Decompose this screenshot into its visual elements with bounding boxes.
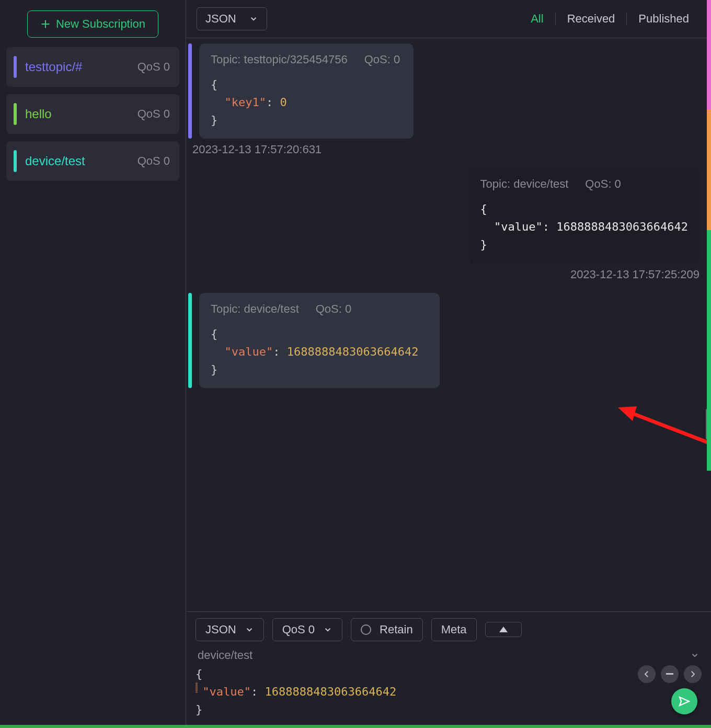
message-topic: Topic: device/test bbox=[480, 177, 569, 191]
received-message: Topic: device/test QoS: 0 { "value": 168… bbox=[188, 293, 702, 388]
compose-toolbar: JSON QoS 0 Retain Meta bbox=[196, 618, 702, 641]
subscription-item[interactable]: device/test QoS 0 bbox=[6, 141, 179, 181]
subscription-list: testtopic/# QoS 0 hello QoS 0 device/tes… bbox=[6, 47, 179, 181]
radio-icon bbox=[361, 624, 371, 635]
color-bar bbox=[14, 103, 17, 125]
send-icon bbox=[678, 695, 691, 708]
message-bubble[interactable]: Topic: testtopic/325454756 QoS: 0 { "key… bbox=[199, 43, 414, 139]
window-edge-strip bbox=[707, 0, 711, 110]
message-qos: QoS: 0 bbox=[316, 302, 351, 316]
subscription-item[interactable]: hello QoS 0 bbox=[6, 94, 179, 134]
filter-received[interactable]: Received bbox=[556, 12, 627, 26]
minus-icon bbox=[666, 673, 673, 675]
triangle-up-icon bbox=[499, 627, 508, 632]
messages-topbar: JSON All Received Published bbox=[186, 0, 711, 38]
message-timestamp: 2023-12-13 17:57:25:209 bbox=[188, 268, 699, 281]
subscription-topic: device/test bbox=[25, 154, 137, 168]
expand-button[interactable] bbox=[485, 622, 522, 637]
chevron-down-icon bbox=[690, 651, 699, 660]
subscription-topic: testtopic/# bbox=[25, 60, 137, 74]
new-subscription-label: New Subscription bbox=[56, 17, 145, 31]
plus-icon bbox=[40, 19, 51, 29]
history-next-button[interactable] bbox=[684, 665, 702, 683]
color-bar bbox=[14, 56, 17, 78]
format-dropdown-value: JSON bbox=[205, 12, 236, 26]
color-bar bbox=[14, 150, 17, 172]
subscription-topic: hello bbox=[25, 107, 137, 121]
payload-code: { "value": 1688888483063664642 } bbox=[196, 665, 702, 719]
chevron-down-icon bbox=[245, 625, 254, 634]
payload-editor[interactable]: { "value": 1688888483063664642 } bbox=[196, 665, 702, 719]
history-clear-button[interactable] bbox=[661, 665, 679, 683]
window-edge-strip bbox=[707, 110, 711, 230]
compose-qos-dropdown[interactable]: QoS 0 bbox=[272, 618, 342, 641]
message-filter-tabs: All Received Published bbox=[519, 12, 701, 26]
send-button[interactable] bbox=[671, 688, 697, 714]
meta-button[interactable]: Meta bbox=[431, 618, 477, 641]
message-header: Topic: testtopic/325454756 QoS: 0 bbox=[211, 53, 402, 66]
main-panel: JSON All Received Published Topic: testt… bbox=[186, 0, 711, 728]
message-body: { "value": 1688888483063664642 } bbox=[211, 325, 428, 379]
svg-line-0 bbox=[630, 413, 711, 446]
editor-history-buttons bbox=[638, 665, 702, 683]
message-bubble[interactable]: Topic: device/test QoS: 0 { "value": 168… bbox=[199, 293, 440, 388]
annotation-arrow-icon bbox=[618, 394, 711, 451]
compose-topic-row[interactable]: device/test bbox=[196, 641, 702, 665]
subscription-qos: QoS 0 bbox=[137, 60, 170, 74]
filter-all[interactable]: All bbox=[519, 12, 555, 26]
message-body: { "key1": 0 } bbox=[211, 76, 402, 129]
filter-published[interactable]: Published bbox=[627, 12, 701, 26]
compose-panel: JSON QoS 0 Retain Meta bbox=[186, 611, 711, 728]
retain-label: Retain bbox=[380, 623, 413, 636]
received-message: Topic: testtopic/325454756 QoS: 0 { "key… bbox=[188, 43, 702, 139]
topic-stripe bbox=[188, 293, 192, 388]
message-header: Topic: device/test QoS: 0 bbox=[211, 302, 428, 316]
message: Topic: device/test QoS: 0 { "value": 168… bbox=[188, 168, 702, 292]
meta-label: Meta bbox=[441, 623, 467, 636]
editor-gutter-mark bbox=[196, 682, 198, 693]
window-bottom-bar bbox=[0, 725, 711, 728]
retain-toggle[interactable]: Retain bbox=[351, 618, 423, 641]
subscription-item[interactable]: testtopic/# QoS 0 bbox=[6, 47, 179, 87]
subscription-qos: QoS 0 bbox=[137, 154, 170, 168]
messages-area[interactable]: Topic: testtopic/325454756 QoS: 0 { "key… bbox=[186, 38, 711, 611]
topic-stripe bbox=[188, 43, 192, 139]
chevron-down-icon bbox=[249, 14, 258, 24]
compose-format-value: JSON bbox=[205, 623, 236, 636]
app-root: New Subscription testtopic/# QoS 0 hello… bbox=[0, 0, 711, 728]
window-edge-strip bbox=[707, 230, 711, 471]
message: Topic: device/test QoS: 0 { "value": 168… bbox=[188, 293, 702, 388]
chevron-down-icon bbox=[323, 625, 332, 634]
subscriptions-sidebar: New Subscription testtopic/# QoS 0 hello… bbox=[0, 0, 186, 728]
message-timestamp: 2023-12-13 17:57:20:631 bbox=[192, 143, 702, 156]
message: Topic: testtopic/325454756 QoS: 0 { "key… bbox=[188, 43, 702, 168]
format-dropdown[interactable]: JSON bbox=[197, 7, 267, 30]
sent-message: Topic: device/test QoS: 0 { "value": 168… bbox=[469, 168, 699, 263]
svg-marker-1 bbox=[618, 406, 637, 421]
message-topic: Topic: device/test bbox=[211, 302, 299, 316]
subscription-qos: QoS 0 bbox=[137, 107, 170, 121]
message-qos: QoS: 0 bbox=[364, 53, 400, 66]
compose-topic: device/test bbox=[198, 649, 253, 662]
compose-qos-value: QoS 0 bbox=[282, 623, 315, 636]
message-qos: QoS: 0 bbox=[585, 177, 621, 191]
message-body: { "value": 1688888483063664642 } bbox=[480, 200, 688, 254]
compose-format-dropdown[interactable]: JSON bbox=[196, 618, 264, 641]
message-header: Topic: device/test QoS: 0 bbox=[480, 177, 688, 191]
message-bubble[interactable]: Topic: device/test QoS: 0 { "value": 168… bbox=[469, 168, 699, 263]
history-prev-button[interactable] bbox=[638, 665, 656, 683]
message-topic: Topic: testtopic/325454756 bbox=[211, 53, 348, 66]
new-subscription-button[interactable]: New Subscription bbox=[27, 10, 158, 38]
